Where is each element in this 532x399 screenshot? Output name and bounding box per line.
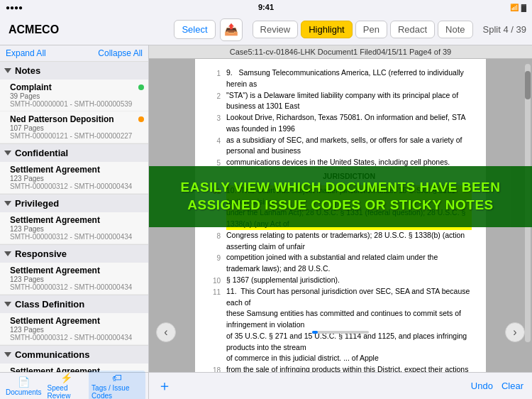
bottom-right-controls: Undo Clear — [471, 381, 523, 391]
responsive-section-header[interactable]: Responsive — [0, 245, 148, 263]
tab-tags-issue-codes[interactable]: 🏷 Tags / Issue Codes — [89, 371, 145, 399]
documents-icon: 📄 — [18, 376, 30, 388]
tab-documents[interactable]: 📄 Documents — [3, 375, 45, 398]
privileged-label: Privileged — [15, 198, 59, 209]
sidebar-section-privileged: Privileged Settlement Agreement 123 Page… — [0, 195, 148, 245]
status-icons: 📶 ▓ — [510, 4, 526, 11]
add-icon[interactable]: ＋ — [157, 376, 172, 395]
review-button[interactable]: Review — [253, 21, 299, 38]
clear-button[interactable]: Clear — [501, 381, 523, 391]
overlay-line2: ASSIGNED ISSUE CODES OR STICKY NOTES — [156, 197, 525, 214]
next-page-button[interactable]: › — [505, 322, 525, 342]
prev-page-button[interactable]: ‹ — [156, 322, 176, 342]
notes-label: Notes — [15, 65, 40, 76]
wifi-icon: 📶 — [510, 4, 519, 11]
item-title: Ned Patterson Deposition — [10, 114, 144, 124]
notes-triangle-icon — [4, 68, 11, 73]
confidential-triangle-icon — [4, 151, 11, 155]
communications-triangle-icon — [4, 352, 11, 357]
classdef-triangle-icon — [4, 302, 11, 307]
tags-icon: 🏷 — [112, 372, 122, 383]
signal-icon: ●●●● — [6, 4, 23, 11]
toolbar: ACMECO Select 📤 Review Highlight Pen Red… — [0, 14, 532, 45]
status-dot-green — [138, 84, 144, 90]
overlay-line1: EASILY VIEW WHICH DOCUMENTS HAVE BEEN — [156, 179, 525, 197]
doc-line: these Samsung entities has committed and… — [209, 308, 472, 331]
doc-line: 11 11. This Court has personal jurisdict… — [209, 286, 472, 309]
status-dot-orange — [138, 116, 144, 122]
doc-line: 8 Congress relating to patents or tradem… — [209, 230, 472, 253]
tags-tab-label: Tags / Issue Codes — [92, 384, 143, 399]
doc-line: 4 as a subsidiary of SEC, and markets, s… — [209, 135, 472, 158]
list-item[interactable]: Settlement Agreement 123 Pages SMTH-0000… — [0, 212, 148, 244]
select-button[interactable]: Select — [174, 20, 215, 39]
main-layout: Expand All Collapse All Notes Complaint … — [0, 45, 532, 372]
bottom-sidebar-tabs: 📄 Documents ⚡ Speed Review 🏷 Tags / Issu… — [0, 373, 149, 399]
tab-speed-review[interactable]: ⚡ Speed Review — [45, 371, 89, 399]
doc-line: 18 from the sale of infringing products … — [209, 364, 472, 372]
bottom-doc-controls: ＋ Undo Clear — [149, 376, 532, 395]
doc-line: of commerce in this judicial district. .… — [209, 353, 472, 364]
sidebar: Expand All Collapse All Notes Complaint … — [0, 45, 149, 372]
expand-all-button[interactable]: Expand All — [6, 48, 46, 58]
sidebar-section-classdef: Class Definition Settlement Agreement 12… — [0, 295, 148, 346]
documents-tab-label: Documents — [6, 388, 42, 396]
doc-view-buttons: Review Highlight Pen Redact Note — [253, 21, 473, 38]
classdef-label: Class Definition — [15, 299, 84, 310]
redact-button[interactable]: Redact — [390, 21, 435, 38]
undo-button[interactable]: Undo — [471, 381, 493, 391]
doc-line: of 35 U.S.C. § 271 and 15 U.S.C. § 1114 … — [209, 331, 472, 354]
share-icon[interactable]: 📤 — [220, 18, 243, 41]
doc-line: 10 § 1367 (supplemental jurisdiction). — [209, 275, 472, 286]
sidebar-section-communications: Communications Settlement Agreement 123 … — [0, 346, 148, 372]
note-button[interactable]: Note — [438, 21, 472, 38]
scrollbar-thumb[interactable] — [525, 71, 531, 99]
bottom-left-controls: ＋ — [157, 376, 172, 395]
sidebar-section-confidential: Confidential Settlement Agreement 123 Pa… — [0, 144, 148, 195]
doc-line: 1 9. Samsung Telecommunications America,… — [209, 67, 472, 90]
sidebar-section-notes: Notes Complaint 39 Pages SMTH-000000001 … — [0, 62, 148, 144]
privileged-triangle-icon — [4, 201, 11, 206]
privileged-section-header[interactable]: Privileged — [0, 195, 148, 212]
confidential-section-header[interactable]: Confidential — [0, 144, 148, 162]
document-header: Case5:11-cv-01846-LHK Document1 Filed04/… — [149, 45, 532, 59]
list-item[interactable]: Complaint 39 Pages SMTH-000000001 - SMTH… — [0, 80, 148, 111]
communications-section-header[interactable]: Communications — [0, 346, 148, 364]
doc-line: 9 competition joined with a substantial … — [209, 252, 472, 275]
doc-line: 3 Lookout Drive, Richardson, Texas 75081… — [209, 112, 472, 135]
sidebar-section-responsive: Responsive Settlement Agreement 123 Page… — [0, 245, 148, 295]
bottom-bar: 📄 Documents ⚡ Speed Review 🏷 Tags / Issu… — [0, 372, 532, 399]
confidential-label: Confidential — [15, 148, 68, 158]
overlay-banner: EASILY VIEW WHICH DOCUMENTS HAVE BEEN AS… — [149, 166, 532, 226]
battery-icon: ▓ — [521, 4, 526, 11]
split-page-info: Split 4 / 39 — [483, 24, 526, 35]
classdef-section-header[interactable]: Class Definition — [0, 295, 148, 313]
app-title: ACMECO — [9, 23, 59, 36]
communications-label: Communications — [15, 349, 89, 360]
speed-review-icon: ⚡ — [60, 372, 72, 383]
notes-section-header[interactable]: Notes — [0, 62, 148, 80]
item-title: Complaint — [10, 82, 144, 92]
collapse-all-button[interactable]: Collapse All — [98, 48, 143, 58]
document-area: Case5:11-cv-01846-LHK Document1 Filed04/… — [149, 45, 532, 372]
responsive-label: Responsive — [15, 248, 67, 259]
list-item[interactable]: Settlement Agreement 123 Pages SMTH-0000… — [0, 313, 148, 345]
pen-button[interactable]: Pen — [355, 21, 387, 38]
list-item[interactable]: Settlement Agreement 123 Pages SMTH-0000… — [0, 162, 148, 194]
responsive-triangle-icon — [4, 251, 11, 256]
list-item[interactable]: Settlement Agreement 123 Pages SMTH-0000… — [0, 263, 148, 295]
speed-review-tab-label: Speed Review — [48, 384, 87, 399]
clock: 9:41 — [258, 3, 274, 11]
list-item[interactable]: Ned Patterson Deposition 107 Pages SMTH-… — [0, 111, 148, 143]
sidebar-header: Expand All Collapse All — [0, 45, 148, 62]
status-bar: ●●●● 9:41 📶 ▓ — [0, 0, 532, 14]
doc-line: 2 "STA") is a Delaware limited liability… — [209, 90, 472, 113]
highlight-button[interactable]: Highlight — [301, 21, 353, 38]
